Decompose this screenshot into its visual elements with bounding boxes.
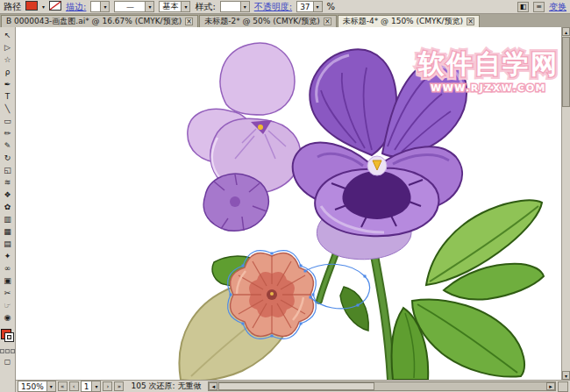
scroll-right-icon[interactable]: ▸ [546, 382, 555, 390]
rotate-tool[interactable]: ↻ [1, 152, 15, 164]
chevron-down-icon[interactable]: ▾ [91, 381, 100, 391]
brush-definition-value: 基本 [160, 1, 181, 12]
opacity-combo[interactable]: 37 ▾ [296, 1, 322, 12]
magic-wand-tool[interactable]: ☆ [1, 53, 15, 66]
none-mode-button[interactable] [11, 349, 15, 353]
fill-color-swatch[interactable] [25, 1, 38, 12]
gradient-tool[interactable]: ▤ [1, 238, 15, 250]
stroke-panel-link[interactable]: 描边: [66, 1, 86, 13]
next-artboard-button[interactable]: › [103, 381, 112, 391]
direct-selection-tool[interactable]: ▷ [1, 41, 15, 53]
artboard-number-value: 1 [82, 382, 92, 391]
style-combo[interactable]: ▾ [220, 1, 250, 12]
chevron-down-icon[interactable]: ▾ [100, 2, 109, 11]
pencil-tool[interactable]: ✎ [1, 139, 15, 152]
opacity-value: 37 [297, 3, 312, 11]
control-bar: 路径 ▾ 描边: ▾ — ▾ 基本 ▾ 样式: ▾ 不透明度: 37 ▾ [0, 0, 570, 14]
transform-panel-link[interactable]: 变换 [549, 1, 566, 13]
horizontal-scrollbar-thumb[interactable] [218, 382, 374, 390]
purple-petal-cluster[interactable] [203, 174, 268, 231]
opacity-panel-link[interactable]: 不透明度: [254, 1, 292, 13]
stroke-profile-combo[interactable]: — ▾ [114, 1, 154, 12]
tab-title: 未标题-2* @ 50% (CMYK/预览) [204, 16, 320, 27]
chevron-down-icon[interactable]: ▾ [42, 4, 45, 10]
paintbrush-tool[interactable]: ✏ [1, 127, 15, 139]
type-tool[interactable]: T [1, 90, 15, 103]
zoom-tool[interactable]: ◉ [1, 311, 15, 324]
symbol-sprayer-tool[interactable]: ✿ [1, 201, 15, 213]
tools-panel: ↖ ▷ ☆ ρ ✒ T ╲ ▭ ✏ ✎ ↻ ◱ ≋ ❖ ✿ ▥ ▦ ▤ ✦ ∞ … [0, 27, 16, 392]
stroke-weight-combo[interactable]: ▾ [90, 1, 110, 12]
brush-definition-combo[interactable]: 基本 ▾ [159, 1, 190, 12]
style-label: 样式: [195, 1, 215, 13]
toolbar-stroke-swatch[interactable] [4, 332, 14, 342]
live-paint-bucket-tool[interactable]: ▣ [1, 274, 15, 287]
pen-tool[interactable]: ✒ [1, 78, 15, 90]
watermark-url: WWW.RJZXW.COM [431, 82, 546, 94]
lasso-tool[interactable]: ρ [1, 66, 15, 78]
document-tab-3-active[interactable]: 未标题-4* @ 150% (CMYK/预览) × [338, 15, 480, 27]
selection-tool[interactable]: ↖ [1, 29, 15, 41]
hand-tool[interactable]: ☞ [1, 299, 15, 311]
close-icon[interactable]: × [324, 18, 331, 25]
color-mode-buttons [0, 349, 15, 353]
status-bar: 150% ▾ « ‹ 1 ▾ › » 105 次还原: 无重做 ◂ ▸ [16, 380, 570, 392]
previous-artboard-button[interactable]: ‹ [69, 381, 79, 391]
screen-mode-button[interactable]: ▢ [1, 355, 15, 367]
rectangle-tool[interactable]: ▭ [1, 115, 15, 127]
mesh-tool[interactable]: ▦ [1, 225, 15, 238]
chevron-down-icon[interactable]: ▾ [181, 2, 189, 11]
gradient-mode-button[interactable] [5, 349, 10, 353]
canvas[interactable]: 软件自学网 软件自学网 WWW.RJZXW.COM [16, 27, 561, 380]
window-resize-grip[interactable] [558, 381, 568, 392]
first-artboard-button[interactable]: « [58, 381, 68, 391]
scroll-down-icon[interactable]: ▾ [562, 371, 570, 380]
scale-tool[interactable]: ◱ [1, 164, 15, 176]
stroke-profile-value: — [115, 3, 145, 11]
close-icon[interactable]: × [185, 18, 193, 25]
close-icon[interactable]: × [467, 18, 474, 25]
chevron-down-icon[interactable]: ▾ [240, 2, 249, 11]
opacity-unit-label: % [327, 2, 336, 11]
artboard-number-select[interactable]: 1 ▾ [81, 381, 102, 392]
document-tab-bar: B 0000043-画盘图.ai* @ 16.67% (CMYK/预览) × 未… [0, 14, 570, 27]
eyedropper-tool[interactable]: ✦ [1, 250, 15, 262]
slice-tool[interactable]: ✂ [1, 287, 15, 299]
align-icon[interactable]: ≡ [533, 2, 545, 12]
zoom-level-value: 150% [18, 382, 46, 391]
column-graph-tool[interactable]: ▥ [1, 213, 15, 225]
stroke-none-swatch[interactable] [49, 1, 61, 12]
tab-title: B 0000043-画盘图.ai* @ 16.67% (CMYK/预览) [6, 16, 182, 27]
chevron-down-icon[interactable]: ▾ [46, 381, 55, 391]
line-segment-tool[interactable]: ╲ [1, 103, 15, 115]
fill-stroke-swatches[interactable] [1, 326, 15, 347]
artwork: 软件自学网 软件自学网 WWW.RJZXW.COM [16, 27, 561, 380]
stroke-swatch-hole [7, 335, 11, 339]
recolor-artwork-icon[interactable]: ◧ [517, 2, 529, 12]
chevron-down-icon[interactable]: ▾ [313, 2, 322, 11]
vertical-scrollbar[interactable]: ▴ ▾ [561, 27, 570, 380]
document-tab-1[interactable]: B 0000043-画盘图.ai* @ 16.67% (CMYK/预览) × [1, 15, 198, 27]
last-artboard-button[interactable]: » [114, 381, 124, 391]
color-mode-button[interactable] [0, 349, 4, 353]
watermark-title: 软件自学网 [417, 48, 559, 79]
tab-title: 未标题-4* @ 150% (CMYK/预览) [343, 16, 463, 27]
free-transform-tool[interactable]: ❖ [1, 189, 15, 201]
watermark: 软件自学网 软件自学网 WWW.RJZXW.COM [417, 48, 559, 94]
scroll-left-icon[interactable]: ◂ [209, 382, 217, 390]
zoom-level-select[interactable]: 150% ▾ [18, 381, 56, 392]
warp-tool[interactable]: ≋ [1, 176, 15, 189]
scroll-up-icon[interactable]: ▴ [562, 27, 570, 36]
selection-type-label: 路径 [4, 1, 21, 13]
vertical-scrollbar-thumb[interactable] [562, 37, 570, 107]
document-tab-2[interactable]: 未标题-2* @ 50% (CMYK/预览) × [199, 15, 337, 27]
chevron-down-icon[interactable]: ▾ [145, 2, 153, 11]
blend-tool[interactable]: ∞ [1, 262, 15, 274]
status-message: 105 次还原: 无重做 [131, 381, 201, 392]
back-pansy-flower[interactable] [188, 43, 301, 193]
horizontal-scrollbar[interactable]: ◂ ▸ [208, 381, 556, 391]
